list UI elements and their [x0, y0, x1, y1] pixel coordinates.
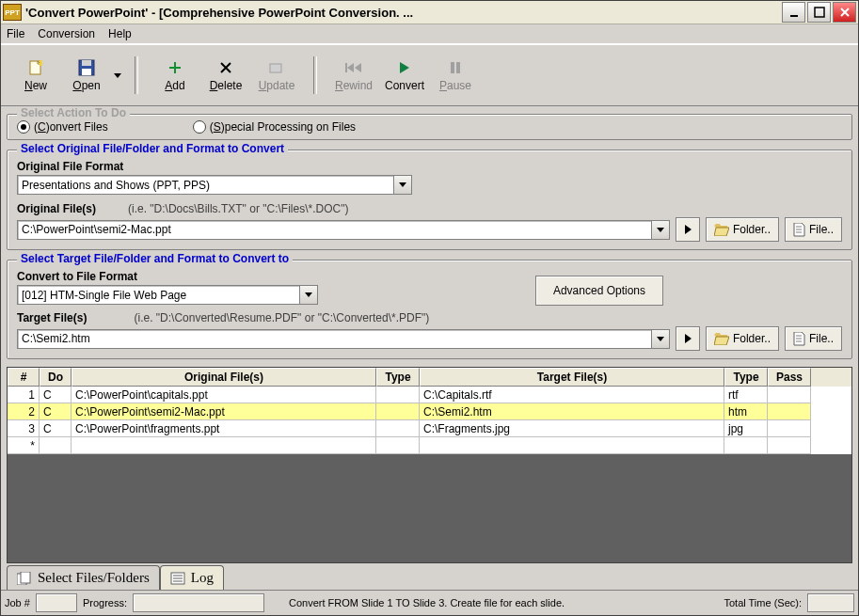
orig-format-label: Original File Format	[17, 160, 842, 173]
orig-files-input[interactable]: C:\PowerPoint\semi2-Mac.ppt	[17, 220, 670, 240]
svg-rect-6	[270, 64, 281, 72]
new-file-icon	[26, 58, 45, 77]
orig-files-label: Original File(s)	[17, 202, 96, 215]
cell-num: 3	[8, 420, 40, 437]
menubar: File Conversion Help	[1, 24, 858, 44]
save-disk-icon	[77, 58, 96, 77]
col-do[interactable]: Do	[40, 368, 72, 387]
cell-orig: C:\PowerPoint\capitals.ppt	[72, 387, 376, 403]
col-otype[interactable]: Type	[376, 368, 420, 387]
table-row[interactable]: 3CC:\PowerPoint\fragments.pptC:\Fragment…	[8, 420, 851, 437]
col-targ[interactable]: Target File(s)	[420, 368, 724, 387]
pause-label: ause	[447, 79, 471, 92]
orig-folder-button[interactable]: Folder..	[706, 217, 779, 242]
svg-rect-4	[82, 60, 91, 66]
main-area: Select Action To Do (C)onvert Files (S)p…	[1, 106, 858, 563]
pause-button[interactable]: Pause	[430, 53, 481, 98]
cell-do: C	[40, 403, 72, 420]
tab-select-files[interactable]: Select Files/Folders	[7, 565, 160, 590]
tab-log-label: Log	[191, 570, 214, 586]
status-progress-value	[133, 593, 264, 612]
status-time-label: Total Time (Sec):	[724, 597, 802, 608]
rewind-button[interactable]: Rewind	[328, 53, 379, 98]
status-time-value	[807, 593, 854, 612]
table-row[interactable]: *	[8, 437, 851, 454]
add-label: dd	[172, 79, 184, 92]
status-job-value	[36, 593, 77, 612]
target-folder-button[interactable]: Folder..	[706, 326, 779, 351]
new-button[interactable]: New	[10, 53, 61, 98]
cell-ttype: htm	[724, 403, 768, 420]
cell-targ: C:\Capitals.rtf	[420, 387, 724, 403]
open-label: pen	[82, 79, 101, 92]
col-orig[interactable]: Original File(s)	[72, 368, 376, 387]
update-button[interactable]: Update	[251, 53, 302, 98]
menu-file[interactable]: File	[7, 27, 24, 40]
cell-pass	[768, 403, 811, 420]
orig-file-button[interactable]: File..	[785, 217, 842, 242]
cell-num: 2	[8, 403, 40, 420]
target-files-input[interactable]: C:\Semi2.htm	[17, 329, 670, 349]
tab-log[interactable]: Log	[160, 565, 224, 590]
cell-num: 1	[8, 387, 40, 403]
play-small-icon	[684, 334, 692, 343]
cell-do: C	[40, 420, 72, 437]
menu-conversion[interactable]: Conversion	[38, 27, 95, 40]
orig-format-select[interactable]: Presentations and Shows (PPT, PPS)	[17, 175, 412, 195]
minimize-icon	[788, 7, 800, 18]
bottom-tabs: Select Files/Folders Log	[1, 563, 858, 590]
update-label: pdate	[266, 79, 294, 92]
radio-dot-icon	[193, 120, 206, 134]
file-icon	[793, 223, 805, 237]
add-button[interactable]: Add	[150, 53, 200, 98]
target-folder-label: Folder..	[733, 332, 771, 345]
svg-rect-5	[82, 69, 91, 75]
x-icon	[216, 58, 235, 77]
advanced-options-button[interactable]: Advanced Options	[535, 276, 663, 306]
target-files-value: C:\Semi2.htm	[22, 332, 651, 345]
menu-help[interactable]: Help	[108, 27, 132, 40]
app-icon: PPT	[3, 4, 22, 21]
play-icon	[395, 58, 414, 77]
action-legend: Select Action To Do	[17, 106, 130, 119]
svg-rect-8	[451, 62, 454, 73]
log-icon	[170, 572, 185, 585]
target-file-button[interactable]: File..	[785, 326, 842, 351]
target-format-select[interactable]: [012] HTM-Single File Web Page	[17, 285, 318, 305]
radio-convert-files[interactable]: (C)onvert Files	[17, 120, 108, 134]
plus-icon	[166, 58, 184, 77]
update-icon	[267, 58, 286, 77]
table-row[interactable]: 2CC:\PowerPoint\semi2-Mac.pptC:\Semi2.ht…	[8, 403, 851, 420]
table-header: # Do Original File(s) Type Target File(s…	[8, 368, 851, 387]
table-row[interactable]: 1CC:\PowerPoint\capitals.pptC:\Capitals.…	[8, 387, 851, 403]
folder-open-icon	[714, 224, 729, 236]
radio-dot-icon	[17, 120, 30, 134]
target-go-button[interactable]	[676, 326, 700, 351]
target-legend: Select Target File/Folder and Format to …	[17, 252, 293, 265]
minimize-button[interactable]	[782, 2, 805, 23]
chevron-down-icon	[114, 73, 121, 78]
cell-ttype: rtf	[724, 387, 768, 403]
col-ttype[interactable]: Type	[724, 368, 768, 387]
maximize-button[interactable]	[807, 2, 831, 23]
cell-targ	[420, 437, 724, 454]
col-num[interactable]: #	[8, 368, 40, 387]
open-dropdown[interactable]	[112, 53, 123, 98]
radio-special-processing[interactable]: (S)pecial Processing on Files	[193, 120, 356, 134]
convert-button[interactable]: Convert	[379, 53, 430, 98]
orig-go-button[interactable]	[676, 217, 700, 242]
open-button[interactable]: Open	[61, 53, 112, 98]
svg-rect-7	[345, 63, 347, 72]
source-legend: Select Original File/Folder and Format t…	[17, 142, 288, 155]
close-button[interactable]	[833, 2, 856, 23]
window-title: 'Convert PowerPoint' - [Comprehensive Po…	[25, 6, 413, 20]
orig-format-value: Presentations and Shows (PPT, PPS)	[22, 179, 393, 192]
cell-orig: C:\PowerPoint\semi2-Mac.ppt	[72, 403, 376, 420]
app-window: PPT 'Convert PowerPoint' - [Comprehensiv…	[0, 0, 859, 616]
cell-do	[40, 437, 72, 454]
delete-button[interactable]: Delete	[200, 53, 251, 98]
source-group: Select Original File/Folder and Format t…	[7, 150, 852, 250]
file-icon	[793, 332, 805, 346]
rewind-label: ewind	[343, 79, 373, 92]
col-pass[interactable]: Pass	[768, 368, 811, 387]
